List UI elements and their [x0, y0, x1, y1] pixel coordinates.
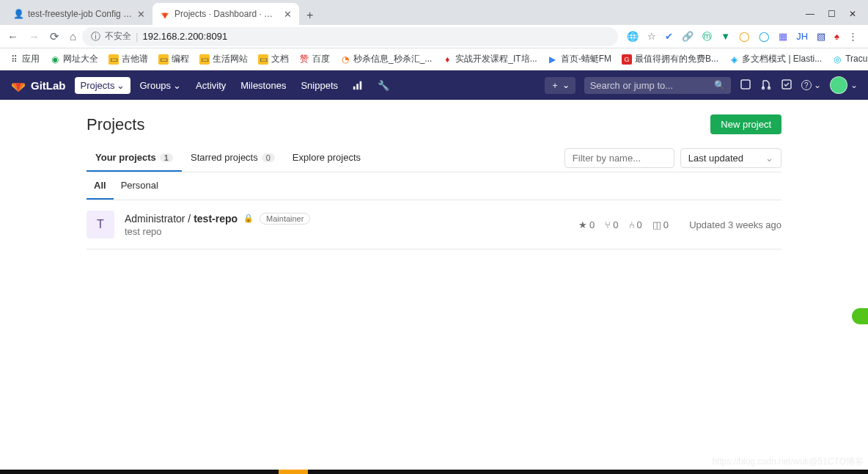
subtab-all[interactable]: All	[87, 172, 114, 200]
bookmark-item[interactable]: ◎Tracup | 登录	[832, 53, 868, 65]
browser-tab-jenkins[interactable]: 👤 test-freestyle-job Config |Jenk ✕	[6, 3, 152, 25]
bookmark-item[interactable]: G最值得拥有的免费B...	[622, 53, 718, 65]
count-badge: 1	[160, 153, 173, 162]
project-updated: Updated 3 weeks ago	[679, 219, 781, 230]
tab-your-projects[interactable]: Your projects1	[87, 145, 182, 172]
main-content: Projects New project Your projects1 Star…	[75, 114, 793, 249]
chevron-down-icon[interactable]: ⌄	[850, 80, 858, 90]
forward-button[interactable]: →	[29, 30, 40, 43]
bookmark-item[interactable]: ▭生活网站	[199, 53, 248, 65]
tab-close-icon[interactable]: ✕	[284, 9, 292, 20]
svg-rect-0	[353, 87, 356, 90]
star-icon: ★	[578, 219, 587, 230]
search-input[interactable]	[590, 80, 710, 91]
bookmark-item[interactable]: ◉网址大全	[50, 53, 98, 65]
search-icon[interactable]: 🔍	[714, 80, 725, 90]
nav-projects[interactable]: Projects ⌄	[75, 77, 131, 94]
ext-icon[interactable]: ▦	[779, 31, 787, 42]
create-new-button[interactable]: ＋ ⌄	[545, 77, 575, 94]
menu-icon[interactable]: ⋮	[848, 31, 858, 42]
bookmarks-bar: ⠿应用 ◉网址大全 ▭吉他谱 ▭编程 ▭生活网站 ▭文档 赞百度 ◔秒杀信息_秒…	[0, 48, 868, 70]
site-info-icon[interactable]: ⓘ	[91, 30, 100, 43]
ext-icon[interactable]: 🔗	[682, 31, 694, 42]
issue-icon: ◫	[652, 219, 661, 230]
gitlab-header: GitLab Projects ⌄ Groups ⌄ Activity Mile…	[0, 70, 868, 100]
nav-toolbar-icon[interactable]	[347, 77, 369, 93]
window-controls: — ☐ ✕	[794, 3, 868, 25]
ext-icon[interactable]: ◯	[759, 31, 770, 42]
issues-icon[interactable]	[740, 79, 751, 92]
project-tabs: Your projects1 Starred projects0 Explore…	[87, 145, 781, 172]
merge-icon: ⑃	[629, 219, 635, 230]
url-text: 192.168.2.200:8091	[142, 31, 227, 42]
insecure-label: 不安全	[105, 30, 131, 43]
ext-icon[interactable]: ▧	[817, 31, 825, 42]
merge-requests-icon[interactable]	[760, 79, 772, 92]
issues-stat[interactable]: ◫0	[652, 219, 669, 230]
ext-icon[interactable]: ✔	[665, 31, 673, 42]
global-search[interactable]: 🔍	[584, 77, 731, 94]
gitlab-icon	[10, 77, 26, 93]
back-button[interactable]: ←	[7, 30, 18, 43]
ext-icon[interactable]: JH	[796, 31, 808, 42]
sub-tabs: All Personal	[87, 172, 781, 200]
nav-milestones[interactable]: Milestones	[235, 77, 292, 94]
svg-rect-1	[356, 84, 358, 90]
bookmark-item[interactable]: ▭吉他谱	[108, 53, 148, 65]
nav-groups[interactable]: Groups ⌄	[133, 77, 187, 94]
tab-explore-projects[interactable]: Explore projects	[284, 145, 369, 172]
bookmark-item[interactable]: ◈多文档模式 | Elasti...	[729, 53, 822, 65]
tab-title: test-freestyle-job Config |Jenk	[28, 9, 133, 19]
bookmark-item[interactable]: ▭文档	[258, 53, 289, 65]
page-title: Projects	[87, 115, 144, 134]
url-field[interactable]: ⓘ 不安全 | 192.168.2.200:8091	[82, 27, 618, 46]
ext-icon[interactable]: ▼	[721, 31, 730, 42]
maximize-button[interactable]: ☐	[828, 9, 836, 19]
close-window-button[interactable]: ✕	[849, 9, 856, 19]
star-icon[interactable]: ☆	[647, 31, 656, 42]
nav-wrench-icon[interactable]: 🔧	[372, 77, 395, 94]
user-avatar[interactable]	[830, 76, 847, 94]
chevron-down-icon: ⌄	[765, 153, 773, 164]
mrs-stat[interactable]: ⑃0	[629, 219, 642, 230]
ext-icon[interactable]: ◯	[739, 31, 750, 42]
bookmark-item[interactable]: ◔秒杀信息_秒杀汇_...	[340, 53, 432, 65]
filter-input[interactable]	[564, 148, 674, 168]
subtab-personal[interactable]: Personal	[114, 172, 166, 200]
fork-icon: ⑂	[605, 219, 611, 230]
reload-button[interactable]: ⟳	[50, 30, 59, 43]
tab-title: Projects · Dashboard · GitLab	[174, 9, 279, 19]
project-name[interactable]: Administrator / test-repo 🔒 Maintainer	[125, 213, 568, 225]
apps-button[interactable]: ⠿应用	[9, 53, 40, 65]
project-row[interactable]: T Administrator / test-repo 🔒 Maintainer…	[87, 200, 781, 249]
minimize-button[interactable]: —	[806, 9, 814, 19]
ext-icon[interactable]: ♠	[834, 31, 839, 42]
chevron-down-icon: ⌄	[117, 80, 125, 91]
lock-icon: 🔒	[243, 214, 254, 223]
sort-dropdown[interactable]: Last updated⌄	[680, 148, 781, 168]
role-badge: Maintainer	[260, 213, 310, 225]
nav-activity[interactable]: Activity	[190, 77, 232, 94]
stars-stat[interactable]: ★0	[578, 219, 595, 230]
todos-icon[interactable]	[781, 79, 792, 92]
new-tab-button[interactable]: +	[299, 6, 320, 25]
new-project-button[interactable]: New project	[710, 114, 781, 134]
nav-snippets[interactable]: Snippets	[295, 77, 344, 94]
bookmark-item[interactable]: ▭编程	[158, 53, 189, 65]
bookmark-item[interactable]: ♦实战开发课程_IT培...	[442, 53, 537, 65]
bookmark-item[interactable]: ▶首页-蜻蜓FM	[548, 53, 611, 65]
chevron-down-icon: ⌄	[173, 80, 181, 91]
project-stats: ★0 ⑂0 ⑃0 ◫0	[578, 219, 669, 230]
bookmark-item[interactable]: 赞百度	[299, 53, 330, 65]
tab-close-icon[interactable]: ✕	[137, 9, 145, 20]
count-badge: 0	[262, 153, 275, 162]
tab-starred-projects[interactable]: Starred projects0	[182, 145, 284, 172]
gitlab-logo[interactable]: GitLab	[10, 77, 66, 93]
ext-icon[interactable]: ⓜ	[702, 30, 712, 43]
translate-icon[interactable]: 🌐	[627, 31, 639, 42]
home-button[interactable]: ⌂	[70, 30, 76, 43]
forks-stat[interactable]: ⑂0	[605, 219, 618, 230]
browser-tab-strip: 👤 test-freestyle-job Config |Jenk ✕ Proj…	[0, 0, 868, 25]
browser-tab-gitlab[interactable]: Projects · Dashboard · GitLab ✕	[152, 3, 299, 25]
help-icon[interactable]: ? ⌄	[801, 80, 821, 91]
